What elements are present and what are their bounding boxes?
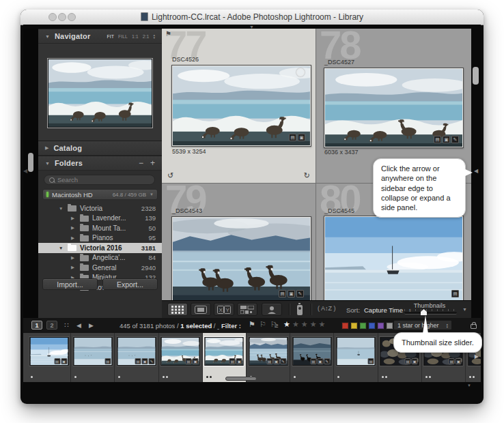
photo-thumbnail[interactable] — [324, 216, 464, 300]
navigator-preview[interactable] — [48, 59, 152, 128]
left-panel-collapse-icon[interactable]: ◀ — [23, 168, 27, 174]
metadata-badge-icon[interactable]: ▤ — [434, 136, 441, 143]
compare-view-button[interactable]: XY — [214, 303, 234, 316]
export-button[interactable]: Export... — [102, 278, 158, 290]
grid-cell-77[interactable]: 77 ⚑ DSC4526 ▤▣ 5539 x 3254 ↺ ↻ — [162, 29, 316, 183]
metadata-badge-icon[interactable]: ▤ — [449, 358, 455, 364]
collection-badge-icon[interactable]: ▣ — [456, 358, 462, 364]
thumbnail-badges[interactable]: ▤ — [451, 290, 459, 297]
photo-thumbnail[interactable] — [171, 216, 311, 300]
thumbnail-badges[interactable]: ▤▣ — [449, 358, 462, 364]
metadata-badge-icon[interactable]: ▤ — [451, 290, 459, 297]
expand-triangle-icon[interactable]: ▶ — [71, 225, 76, 231]
sort-direction-icon[interactable]: ( A↕Z ) — [318, 305, 336, 312]
remove-folder-button[interactable]: − — [139, 160, 143, 166]
metadata-badge-icon[interactable]: ▤ — [229, 358, 236, 364]
collection-badge-icon[interactable]: ▣ — [288, 290, 295, 297]
filmstrip-cell[interactable]: ▤▣ — [203, 333, 247, 382]
thumbnail-badges[interactable]: ▤▣ — [289, 134, 305, 141]
filmstrip-cell[interactable]: ▤▣✎ — [115, 333, 158, 382]
bottom-panel-collapse-icon[interactable]: ▼ — [467, 383, 471, 388]
folder-row[interactable]: ▼Victoria2328 — [38, 203, 162, 214]
color-label-chip[interactable] — [359, 322, 367, 330]
right-edge-strip[interactable]: ◀ — [471, 29, 481, 318]
thumbnail-badges[interactable]: ▤▣✎ — [135, 358, 154, 364]
filmstrip-cell[interactable]: ▤ — [334, 333, 378, 382]
collection-badge-icon[interactable]: ▣ — [412, 358, 418, 364]
filmstrip-cell[interactable]: ▤▣✎ — [290, 333, 334, 382]
develop-badge-icon[interactable]: ✎ — [324, 358, 330, 364]
filter-stars[interactable]: ★★★★★ — [283, 320, 325, 329]
expand-triangle-icon[interactable]: ▶ — [71, 255, 76, 261]
navigator-zoom-1-1[interactable]: 1:1 — [132, 34, 139, 39]
color-label-chip[interactable] — [350, 322, 358, 330]
filmstrip-scroll-right-icon[interactable]: ▶ — [475, 353, 479, 360]
expand-triangle-icon[interactable]: ▶ — [71, 235, 76, 241]
metadata-badge-icon[interactable]: ▤ — [54, 358, 60, 364]
filmstrip-thumbnail[interactable]: ▤▣ — [205, 337, 244, 366]
folder-row[interactable]: ▶Lavender...139 — [38, 214, 162, 224]
loupe-view-button[interactable] — [191, 303, 211, 316]
volume-collapse-icon[interactable]: ▼ — [150, 192, 154, 196]
filmstrip-status[interactable]: 445 of 3181 photos / 1 selected / _DS — [120, 322, 219, 330]
navigator-zoom-2-1[interactable]: 2:1 — [143, 34, 150, 39]
thumbnail-badges[interactable]: ▤▣ — [54, 358, 67, 364]
collapse-triangle-icon[interactable]: ▼ — [59, 206, 64, 211]
thumbnail-badges[interactable]: ▤▣ — [186, 358, 199, 364]
second-window-button[interactable]: 2 — [46, 321, 57, 330]
color-label-chip[interactable] — [341, 322, 349, 330]
filter-star-icon[interactable]: ★ — [301, 320, 308, 329]
metadata-badge-icon[interactable]: ▤ — [135, 358, 141, 364]
collection-badge-icon[interactable]: ▣ — [298, 134, 305, 141]
filmstrip-thumbnail[interactable]: ▤▣ — [161, 337, 200, 366]
grid-scrollbar[interactable] — [473, 67, 479, 85]
volume-bar[interactable]: Macintosh HD 64.8 / 459 GB ▼ — [42, 189, 158, 200]
collection-badge-icon[interactable]: ▣ — [273, 358, 279, 364]
develop-badge-icon[interactable]: ✎ — [280, 358, 286, 364]
right-panel-expand-icon[interactable]: ◀ — [474, 168, 478, 174]
rotate-right-icon[interactable]: ↻ — [304, 171, 310, 180]
collection-badge-icon[interactable]: ▣ — [61, 358, 67, 364]
collapse-triangle-icon[interactable]: ▼ — [45, 34, 50, 39]
thumbnail-badges[interactable]: ▤ — [104, 358, 111, 364]
folder-row[interactable]: ▶General2940 — [38, 263, 162, 273]
grid-cell-79[interactable]: 79 _DSC4543 ▤▣✎ — [162, 183, 316, 300]
go-forward-icon[interactable]: ▶ — [89, 322, 94, 329]
filter-star-icon[interactable]: ★ — [310, 320, 317, 329]
filmstrip-cell[interactable]: ▤▣ — [159, 333, 203, 382]
filmstrip-thumbnail[interactable]: ▤▣✎ — [292, 337, 331, 366]
collection-badge-icon[interactable]: ▣ — [443, 136, 450, 143]
filmstrip-thumbnail[interactable]: ▤ — [336, 337, 375, 366]
navigator-header[interactable]: ▼ Navigator FIT FILL 1:1 2:1 ▴▾ — [38, 29, 162, 44]
folders-header[interactable]: ▼ Folders − + — [38, 156, 162, 171]
toolbar-options-chevron-icon[interactable]: ▼ — [462, 307, 467, 312]
navigator-zoom-fit[interactable]: FIT — [107, 34, 115, 39]
filmstrip-cell[interactable]: ▤▣ — [27, 333, 71, 382]
add-folder-button[interactable]: + — [150, 160, 155, 166]
filter-star-icon[interactable]: ★ — [319, 320, 326, 329]
color-label-chip[interactable] — [386, 322, 393, 330]
filter-flag-unflagged-icon[interactable]: ⚐ — [260, 320, 266, 329]
people-view-button[interactable] — [262, 303, 282, 316]
folder-row[interactable]: ▼Victoria 20163181 — [38, 243, 162, 253]
collection-badge-icon[interactable]: ▣ — [141, 358, 148, 364]
grid-view-button[interactable] — [167, 303, 188, 316]
develop-badge-icon[interactable]: ✎ — [148, 358, 154, 364]
metadata-badge-icon[interactable]: ▤ — [104, 358, 111, 364]
metadata-badge-icon[interactable]: ▤ — [405, 358, 411, 364]
metadata-badge-icon[interactable]: ▤ — [266, 358, 272, 364]
collection-badge-icon[interactable]: ▣ — [193, 358, 199, 364]
expand-triangle-icon[interactable]: ▶ — [71, 216, 76, 221]
develop-badge-icon[interactable]: ✎ — [296, 290, 304, 297]
go-back-icon[interactable]: ◀ — [76, 322, 81, 329]
metadata-badge-icon[interactable]: ▤ — [367, 358, 374, 364]
left-panel-scrollbar[interactable] — [28, 153, 33, 172]
rotate-left-icon[interactable]: ↺ — [167, 171, 173, 180]
folder-row[interactable]: ▶Mount Ta...50 — [38, 223, 162, 233]
filmstrip-cell[interactable]: ▤ — [71, 333, 115, 382]
collection-badge-icon[interactable]: ▣ — [317, 358, 323, 364]
expand-triangle-icon[interactable]: ▶ — [45, 145, 48, 151]
collapse-triangle-icon[interactable]: ▼ — [59, 246, 64, 250]
filmstrip-thumbnail[interactable]: ▤▣✎ — [117, 337, 156, 366]
develop-badge-icon[interactable]: ✎ — [451, 136, 459, 143]
